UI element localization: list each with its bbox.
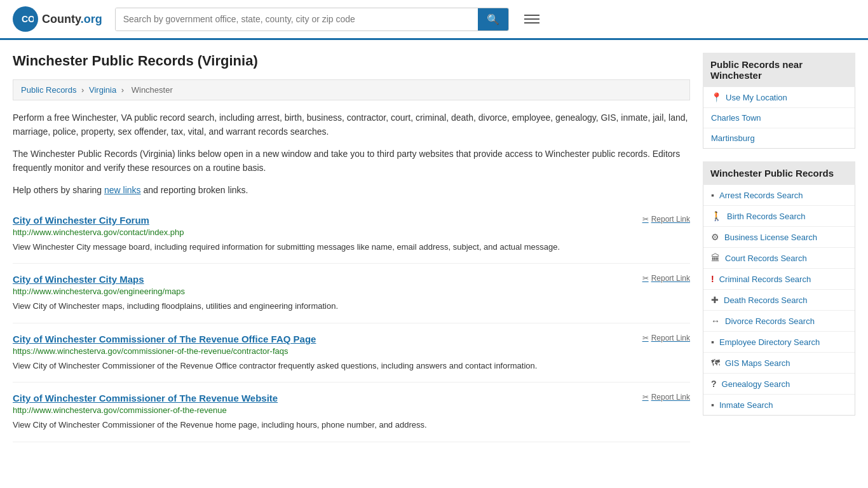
page-title: Winchester Public Records (Virginia): [13, 53, 690, 69]
result-url-0[interactable]: http://www.winchesterva.gov/contact/inde…: [13, 227, 690, 237]
records-section: Winchester Public Records ▪ Arrest Recor…: [703, 161, 855, 416]
sidebar-inmate-search[interactable]: ▪ Inmate Search: [703, 395, 855, 415]
arrest-icon: ▪: [711, 190, 714, 200]
sidebar-divorce-records[interactable]: ↔ Divorce Records Search: [703, 311, 855, 332]
result-title-row: City of Winchester City Forum ✂ Report L…: [13, 215, 690, 226]
result-title-link[interactable]: City of Winchester Commissioner of The R…: [13, 334, 636, 344]
results-list: City of Winchester City Forum ✂ Report L…: [13, 205, 690, 442]
sidebar-birth-records[interactable]: 🚶 Birth Records Search: [703, 206, 855, 227]
result-title-link[interactable]: City of Winchester City Maps: [13, 274, 636, 285]
report-link-2[interactable]: ✂ Report Link: [642, 334, 690, 342]
employee-icon: ▪: [711, 337, 714, 347]
nearby-charles-town[interactable]: Charles Town: [703, 108, 855, 128]
business-icon: ⚙: [711, 232, 719, 242]
divorce-icon: ↔: [711, 316, 720, 326]
svg-text:CO: CO: [22, 14, 34, 24]
sidebar-death-records[interactable]: ✚ Death Records Search: [703, 290, 855, 311]
search-bar: 🔍: [115, 8, 509, 31]
nearby-section: Public Records near Winchester 📍 Use My …: [703, 53, 855, 149]
result-desc-1: View City of Winchester maps, including …: [13, 300, 690, 313]
inmate-icon: ▪: [711, 400, 714, 410]
sidebar-gis-maps[interactable]: 🗺 GIS Maps Search: [703, 353, 855, 374]
result-item: City of Winchester City Maps ✂ Report Li…: [13, 264, 690, 323]
menu-line-1: [524, 15, 539, 16]
result-title-row: City of Winchester Commissioner of The R…: [13, 393, 690, 403]
result-title-row: City of Winchester City Maps ✂ Report Li…: [13, 274, 690, 285]
report-link-0[interactable]: ✂ Report Link: [642, 215, 690, 224]
intro-paragraph-2: The Winchester Public Records (Virginia)…: [13, 147, 690, 175]
scissors-icon-0: ✂: [642, 215, 649, 224]
nearby-martinsburg[interactable]: Martinsburg: [703, 128, 855, 148]
header: CO County.org 🔍: [0, 0, 868, 40]
result-desc-2: View City of Winchester Commissioner of …: [13, 360, 690, 372]
sidebar-arrest-records[interactable]: ▪ Arrest Records Search: [703, 185, 855, 206]
sidebar-employee-directory[interactable]: ▪ Employee Directory Search: [703, 332, 855, 353]
breadcrumb-public-records[interactable]: Public Records: [21, 85, 76, 95]
scissors-icon-2: ✂: [642, 334, 649, 342]
result-item: City of Winchester Commissioner of The R…: [13, 323, 690, 383]
location-pin-icon: 📍: [711, 92, 722, 102]
menu-button[interactable]: [522, 12, 542, 26]
nearby-list: 📍 Use My Location Charles Town Martinsbu…: [703, 87, 855, 149]
new-links-link[interactable]: new links: [104, 185, 141, 195]
gis-icon: 🗺: [711, 358, 720, 368]
scissors-icon-3: ✂: [642, 393, 649, 402]
sidebar: Public Records near Winchester 📍 Use My …: [703, 53, 855, 442]
main-container: Winchester Public Records (Virginia) Pub…: [0, 40, 868, 455]
report-link-1[interactable]: ✂ Report Link: [642, 274, 690, 283]
report-link-3[interactable]: ✂ Report Link: [642, 393, 690, 402]
result-item: City of Winchester City Forum ✂ Report L…: [13, 205, 690, 264]
scissors-icon-1: ✂: [642, 274, 649, 283]
nearby-header: Public Records near Winchester: [703, 53, 855, 87]
sidebar-business-license[interactable]: ⚙ Business License Search: [703, 227, 855, 248]
logo-icon: CO: [13, 6, 38, 32]
result-url-3[interactable]: http://www.winchesterva.gov/commissioner…: [13, 405, 690, 415]
logo[interactable]: CO County.org: [13, 6, 102, 32]
result-desc-3: View City of Winchester Commissioner of …: [13, 419, 690, 431]
menu-line-2: [524, 18, 539, 20]
breadcrumb: Public Records › Virginia › Winchester: [13, 79, 690, 100]
result-item: City of Winchester Commissioner of The R…: [13, 383, 690, 442]
intro-paragraph-3: Help others by sharing new links and rep…: [13, 183, 690, 197]
result-url-2[interactable]: https://www.winchesterva.gov/commissione…: [13, 346, 690, 356]
sidebar-genealogy[interactable]: ? Genealogy Search: [703, 374, 855, 395]
criminal-icon: !: [711, 274, 714, 284]
result-title-row: City of Winchester Commissioner of The R…: [13, 334, 690, 344]
records-list: ▪ Arrest Records Search 🚶 Birth Records …: [703, 185, 855, 416]
genealogy-icon: ?: [711, 379, 717, 389]
content-area: Winchester Public Records (Virginia) Pub…: [13, 53, 690, 442]
sidebar-court-records[interactable]: 🏛 Court Records Search: [703, 248, 855, 269]
breadcrumb-sep-2: ›: [121, 85, 126, 95]
use-location-item[interactable]: 📍 Use My Location: [703, 87, 855, 108]
search-button[interactable]: 🔍: [478, 8, 508, 30]
birth-icon: 🚶: [711, 211, 722, 221]
death-icon: ✚: [711, 295, 719, 305]
breadcrumb-virginia[interactable]: Virginia: [89, 85, 116, 95]
search-input[interactable]: [116, 8, 478, 30]
result-title-link[interactable]: City of Winchester City Forum: [13, 215, 636, 226]
menu-line-3: [524, 22, 539, 24]
result-url-1[interactable]: http://www.winchesterva.gov/engineering/…: [13, 287, 690, 296]
sidebar-criminal-records[interactable]: ! Criminal Records Search: [703, 269, 855, 290]
logo-org: .org: [81, 13, 102, 25]
result-desc-0: View Winchester City message board, incl…: [13, 241, 690, 254]
use-location-link[interactable]: Use My Location: [726, 93, 787, 102]
intro-paragraph-1: Perform a free Winchester, VA public rec…: [13, 111, 690, 139]
breadcrumb-winchester: Winchester: [132, 85, 173, 95]
court-icon: 🏛: [711, 253, 720, 263]
records-header: Winchester Public Records: [703, 161, 855, 185]
logo-text: County.org: [42, 13, 102, 26]
result-title-link[interactable]: City of Winchester Commissioner of The R…: [13, 393, 636, 403]
breadcrumb-sep-1: ›: [81, 85, 86, 95]
